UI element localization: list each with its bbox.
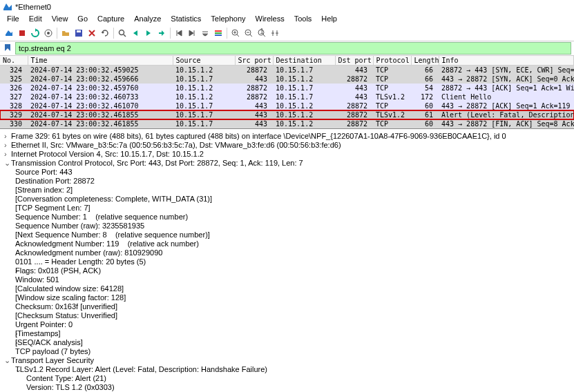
menu-file[interactable]: File xyxy=(3,14,23,26)
cell-dport: 28872 xyxy=(335,119,373,128)
packet-row[interactable]: 3302024-07-14 23:00:32.46185510.15.1.744… xyxy=(0,119,574,128)
col-srcport[interactable]: Src port xyxy=(235,56,273,66)
go-first-icon[interactable] xyxy=(173,27,185,39)
cell-dport: 443 xyxy=(335,84,373,92)
packet-details-pane[interactable]: ›Frame 329: 61 bytes on wire (488 bits),… xyxy=(0,129,574,393)
menu-edit[interactable]: Edit xyxy=(25,14,46,26)
menu-capture[interactable]: Capture xyxy=(93,14,128,26)
open-file-icon[interactable] xyxy=(59,27,72,39)
col-length[interactable]: Length xyxy=(411,56,439,66)
zoom-in-icon[interactable] xyxy=(229,27,242,39)
tcp-nextseq[interactable]: [Next Sequence Number: 8 (relative seque… xyxy=(4,231,570,239)
stop-capture-icon[interactable] xyxy=(16,27,28,39)
collapse-icon[interactable]: ⌄ xyxy=(4,365,15,374)
menu-tools[interactable]: Tools xyxy=(290,14,316,26)
expand-icon[interactable]: › xyxy=(4,329,15,338)
eth-line[interactable]: Ethernet II, Src: VMware_b3:5c:7a (00:50… xyxy=(11,141,341,149)
auto-scroll-icon[interactable] xyxy=(199,27,211,39)
tcp-acknum[interactable]: Acknowledgment Number: 119 (relative ack… xyxy=(4,239,570,248)
go-forward-icon[interactable] xyxy=(142,27,155,39)
menu-go[interactable]: Go xyxy=(73,14,92,26)
save-file-icon[interactable] xyxy=(73,27,85,39)
packet-list-pane[interactable]: No. Time Source Src port Destination Dst… xyxy=(0,56,574,129)
cell-time: 2024-07-14 23:00:32.460733 xyxy=(28,92,173,101)
options-icon[interactable] xyxy=(42,27,55,39)
find-icon[interactable] xyxy=(116,27,128,39)
cell-time: 2024-07-14 23:00:32.459025 xyxy=(28,66,173,75)
cell-sport: 28872 xyxy=(235,66,273,75)
tcp-cksum[interactable]: Checksum: 0x163f [unverified] xyxy=(4,302,570,311)
tcp-seqnum[interactable]: Sequence Number: 1 (relative sequence nu… xyxy=(4,213,570,222)
packet-row[interactable]: 3282024-07-14 23:00:32.46107010.15.1.744… xyxy=(0,101,574,110)
cell-src: 10.15.1.7 xyxy=(173,119,235,128)
ip-line[interactable]: Internet Protocol Version 4, Src: 10.15.… xyxy=(11,150,204,158)
tcp-payload[interactable]: TCP payload (7 bytes) xyxy=(4,347,570,356)
tcp-cksumst[interactable]: [Checksum Status: Unverified] xyxy=(4,311,570,320)
expand-icon[interactable]: › xyxy=(4,338,15,347)
packet-row[interactable]: 3272024-07-14 23:00:32.46073310.15.1.228… xyxy=(0,92,574,101)
go-last-icon[interactable] xyxy=(186,27,198,39)
menu-view[interactable]: View xyxy=(48,14,73,26)
packet-row[interactable]: 3252024-07-14 23:00:32.45966610.15.1.744… xyxy=(0,75,574,84)
collapse-icon[interactable]: ⌄ xyxy=(4,356,11,365)
menu-wireless[interactable]: Wireless xyxy=(251,14,289,26)
col-dstport[interactable]: Dst port xyxy=(335,56,373,66)
cell-no: 329 xyxy=(0,110,28,119)
tcp-ackraw[interactable]: Acknowledgment number (raw): 810929090 xyxy=(4,248,570,257)
display-filter-input[interactable] xyxy=(15,42,571,55)
menu-telephony[interactable]: Telephony xyxy=(207,14,249,26)
col-no[interactable]: No. xyxy=(0,56,28,66)
resize-columns-icon[interactable] xyxy=(269,27,281,39)
close-file-icon[interactable] xyxy=(86,27,98,39)
reload-icon[interactable] xyxy=(99,27,111,39)
tcp-srcport[interactable]: Source Port: 443 xyxy=(4,168,570,177)
tcp-seqraw[interactable]: Sequence Number (raw): 3235581935 xyxy=(4,222,570,231)
tcp-conv[interactable]: [Conversation completeness: Complete, WI… xyxy=(4,195,570,204)
tcp-urgent[interactable]: Urgent Pointer: 0 xyxy=(4,320,570,329)
tcp-line[interactable]: Transmission Control Protocol, Src Port:… xyxy=(11,159,303,167)
col-info[interactable]: Info xyxy=(439,56,574,66)
expand-icon[interactable]: › xyxy=(4,150,11,159)
tcp-winscale[interactable]: [Window size scaling factor: 128] xyxy=(4,293,570,302)
tcp-flags[interactable]: Flags: 0x018 (PSH, ACK) xyxy=(15,266,101,275)
tcp-stream[interactable]: [Stream index: 2] xyxy=(4,186,570,195)
packet-row[interactable]: 3242024-07-14 23:00:32.45902510.15.1.228… xyxy=(0,66,574,75)
col-time[interactable]: Time xyxy=(28,56,173,66)
packet-list-header[interactable]: No. Time Source Src port Destination Dst… xyxy=(0,56,574,66)
col-destination[interactable]: Destination xyxy=(273,56,335,66)
menu-analyze[interactable]: Analyze xyxy=(130,14,165,26)
tcp-seqack[interactable]: [SEQ/ACK analysis] xyxy=(15,338,83,346)
expand-icon[interactable]: › xyxy=(4,141,11,150)
tls-line[interactable]: Transport Layer Security xyxy=(11,356,94,364)
col-source[interactable]: Source xyxy=(173,56,235,66)
menu-help[interactable]: Help xyxy=(317,14,341,26)
expand-icon[interactable]: › xyxy=(4,132,11,141)
go-back-icon[interactable] xyxy=(129,27,142,39)
zoom-out-icon[interactable] xyxy=(242,27,255,39)
tcp-seglen[interactable]: [TCP Segment Len: 7] xyxy=(4,204,570,213)
restart-capture-icon[interactable] xyxy=(29,27,41,39)
cell-dst: 10.15.1.2 xyxy=(273,75,335,84)
packet-row[interactable]: 3262024-07-14 23:00:32.45976010.15.1.228… xyxy=(0,84,574,92)
tcp-calcwin[interactable]: [Calculated window size: 64128] xyxy=(4,284,570,293)
tcp-hdrlen[interactable]: 0101 .... = Header Length: 20 bytes (5) xyxy=(4,257,570,266)
tcp-ts[interactable]: [Timestamps] xyxy=(15,329,61,337)
expand-icon[interactable]: › xyxy=(4,266,15,275)
colorize-icon[interactable] xyxy=(212,27,224,39)
menu-statistics[interactable]: Statistics xyxy=(166,14,205,26)
tcp-dstport[interactable]: Destination Port: 28872 xyxy=(4,177,570,186)
frame-line[interactable]: Frame 329: 61 bytes on wire (488 bits), … xyxy=(11,132,506,140)
filter-bookmark-icon[interactable] xyxy=(3,43,14,54)
packet-row[interactable]: 3292024-07-14 23:00:32.46185510.15.1.744… xyxy=(0,110,574,119)
zoom-reset-icon[interactable]: 1 xyxy=(256,27,268,39)
tls-ctype[interactable]: Content Type: Alert (21) xyxy=(4,374,570,383)
collapse-icon[interactable]: ⌄ xyxy=(4,159,11,168)
tls-record[interactable]: TLSv1.2 Record Layer: Alert (Level: Fata… xyxy=(15,365,267,373)
cell-dst: 10.15.1.2 xyxy=(273,110,335,119)
tls-version[interactable]: Version: TLS 1.2 (0x0303) xyxy=(4,383,570,392)
tcp-win[interactable]: Window: 501 xyxy=(4,275,570,284)
go-to-icon[interactable] xyxy=(155,27,168,39)
col-protocol[interactable]: Protocol xyxy=(373,56,411,66)
start-capture-icon[interactable] xyxy=(3,27,15,39)
cell-len: 66 xyxy=(411,75,439,84)
